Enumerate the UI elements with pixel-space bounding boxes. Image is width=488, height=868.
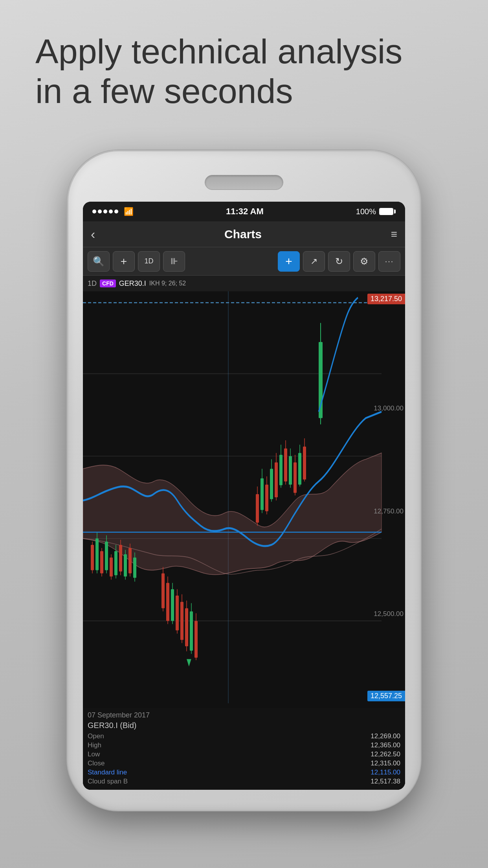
data-symbol: GER30.I (Bid) <box>88 721 400 730</box>
chart-timeframe: 1D <box>88 280 97 288</box>
nav-title: Charts <box>224 228 262 241</box>
plus-active-button[interactable]: + <box>278 251 300 272</box>
high-val: 12,365.00 <box>371 741 400 749</box>
standard-line-row: Standard line 12,115.00 <box>88 769 400 776</box>
add-button[interactable]: + <box>113 251 135 272</box>
close-row: Close 12,315.00 <box>88 760 400 767</box>
more-icon: ··· <box>385 257 394 266</box>
more-button[interactable]: ··· <box>378 251 400 272</box>
close-key: Close <box>88 760 105 767</box>
chart-area: 1D CFD GER30.I IKH 9; 26; 52 <box>83 276 405 790</box>
toolbar: 🔍 + 1D ⊪ + ↗ ↻ <box>83 247 405 276</box>
headline: Apply technical analysis in a few second… <box>0 0 488 127</box>
line-icon: ↗ <box>310 256 317 267</box>
low-row: Low 12,262.50 <box>88 750 400 758</box>
settings-icon: ⚙ <box>360 256 369 267</box>
signal-dot-3 <box>103 210 107 213</box>
search-icon: 🔍 <box>93 256 105 267</box>
headline-line1: Apply technical analysis <box>35 32 402 71</box>
settings-button[interactable]: ⚙ <box>353 251 375 272</box>
battery-percent: 100% <box>356 207 376 216</box>
phone-container: 📶 11:32 AM 100% ‹ Charts ≡ <box>0 150 488 811</box>
open-key: Open <box>88 732 104 740</box>
refresh-button[interactable]: ↻ <box>328 251 350 272</box>
cloud-span-val: 12,517.38 <box>371 778 400 785</box>
plus-active-icon: + <box>285 255 292 268</box>
standard-line-key: Standard line <box>88 769 127 776</box>
y-label-13000: 13,000.00 <box>374 405 404 412</box>
candlestick-button[interactable]: ⊪ <box>163 251 185 272</box>
timeframe-label: 1D <box>144 257 153 265</box>
svg-text:▼: ▼ <box>185 655 193 669</box>
wifi-icon: 📶 <box>124 207 134 216</box>
search-button[interactable]: 🔍 <box>88 251 110 272</box>
nav-bar: ‹ Charts ≡ <box>83 221 405 247</box>
candlestick-icon: ⊪ <box>171 256 178 267</box>
chart-info-bar: 1D CFD GER30.I IKH 9; 26; 52 <box>83 276 405 291</box>
cloud-span-row: Cloud span B 12,517.38 <box>88 778 400 785</box>
status-left: 📶 <box>92 207 134 216</box>
high-key: High <box>88 741 101 749</box>
battery-fill <box>380 209 393 214</box>
standard-line-val: 12,115.00 <box>371 769 400 776</box>
signal-dot-1 <box>92 210 96 213</box>
timeframe-button[interactable]: 1D <box>138 251 160 272</box>
cfd-badge: CFD <box>100 280 116 287</box>
headline-line2: in a few seconds <box>35 72 293 110</box>
low-val: 12,262.50 <box>371 750 400 758</box>
battery-body <box>379 208 393 215</box>
data-table: 07 September 2017 GER30.I (Bid) Open 12,… <box>83 708 405 790</box>
chart-symbol: GER30.I <box>119 280 146 288</box>
status-time: 11:32 AM <box>226 206 264 217</box>
cloud-span-key: Cloud span B <box>88 778 128 785</box>
back-button[interactable]: ‹ <box>91 226 95 242</box>
close-val: 12,315.00 <box>371 760 400 767</box>
battery-tip <box>394 210 396 213</box>
open-row: Open 12,269.00 <box>88 732 400 740</box>
line-button[interactable]: ↗ <box>303 251 325 272</box>
signal-dot-4 <box>109 210 113 213</box>
high-row: High 12,365.00 <box>88 741 400 749</box>
top-price-label: 13,217.50 <box>367 294 405 304</box>
add-icon: + <box>121 255 127 268</box>
mid-price-label: 12,557.25 <box>367 691 405 701</box>
y-label-12500: 12,500.00 <box>374 610 404 618</box>
phone-mockup: 📶 11:32 AM 100% ‹ Charts ≡ <box>67 150 421 811</box>
chart-date: 07 September 2017 <box>88 711 400 719</box>
open-val: 12,269.00 <box>371 732 400 740</box>
y-label-12750: 12,750.00 <box>374 508 404 515</box>
status-bar: 📶 11:32 AM 100% <box>83 202 405 221</box>
low-key: Low <box>88 750 100 758</box>
phone-screen: 📶 11:32 AM 100% ‹ Charts ≡ <box>83 202 405 790</box>
signal-dots <box>92 210 118 213</box>
status-right: 100% <box>356 207 396 216</box>
menu-button[interactable]: ≡ <box>391 228 397 241</box>
battery-icon <box>379 208 396 215</box>
refresh-icon: ↻ <box>335 256 343 267</box>
chart-indicator: IKH 9; 26; 52 <box>149 280 186 287</box>
phone-speaker <box>205 175 283 190</box>
chart-svg: ▼ <box>83 291 405 703</box>
signal-dot-5 <box>114 210 118 213</box>
signal-dot-2 <box>98 210 102 213</box>
